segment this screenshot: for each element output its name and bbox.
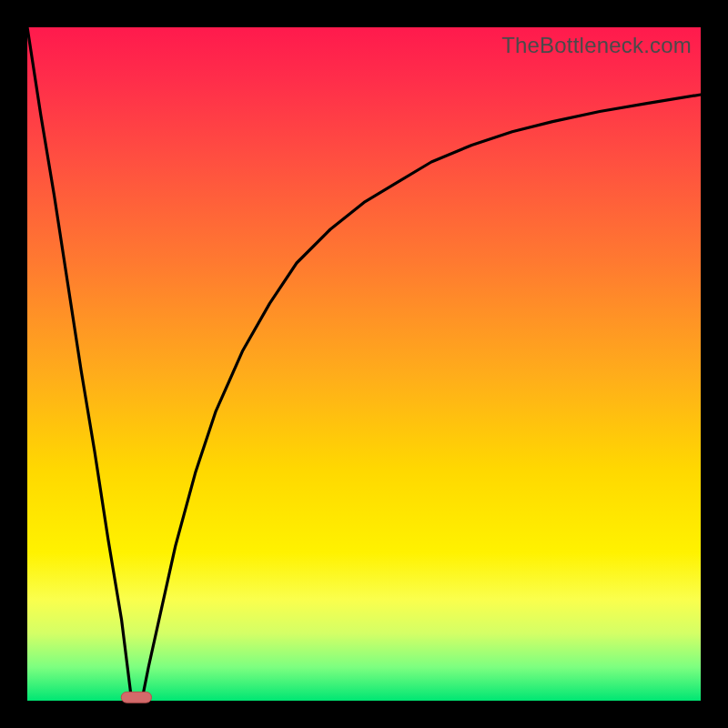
plot-area: TheBottleneck.com (27, 27, 701, 701)
curve-svg (27, 27, 701, 701)
chart-frame: TheBottleneck.com (0, 0, 728, 728)
curve-right (142, 95, 701, 701)
curve-left (27, 27, 132, 701)
minimum-marker (121, 692, 151, 703)
